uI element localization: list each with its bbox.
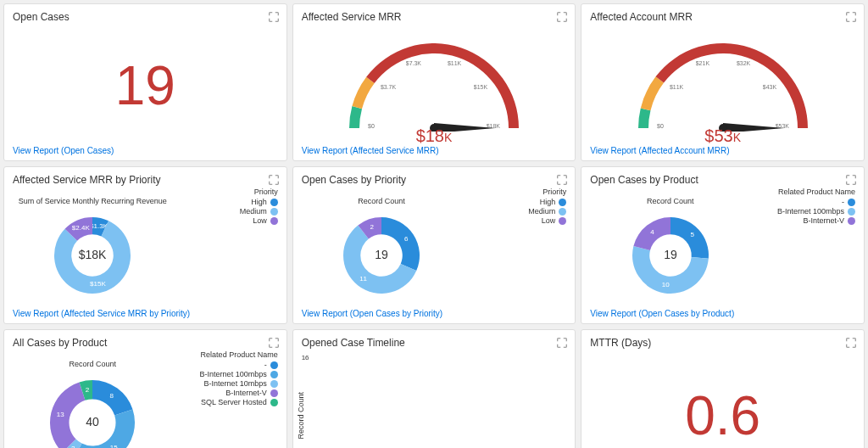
svg-text:13: 13 [57, 411, 64, 418]
gauge-chart: $0$3.7K$7.3K$11K$15K$18K [302, 25, 567, 137]
svg-text:11: 11 [359, 274, 367, 282]
svg-text:$15K: $15K [474, 84, 488, 90]
svg-text:6: 6 [404, 235, 409, 243]
chart-legend: Priority HighMediumLow [176, 188, 278, 309]
card-title: Affected Account MRR [590, 11, 855, 23]
card-title: All Cases by Product [13, 337, 278, 349]
donut-chart: Record Count 611219 [302, 188, 462, 309]
bar-chart: Record Count1602221115332April 2021Febru… [302, 350, 567, 448]
svg-text:$15K: $15K [90, 280, 106, 288]
gauge-chart: $0$11K$21K$32K$43K$53K [590, 25, 855, 137]
gauge-value: $18K [302, 126, 567, 146]
card-mttr: MTTR (Days) 0.6 [581, 329, 865, 448]
svg-text:2: 2 [86, 386, 90, 394]
card-open-cases: Open Cases 19 View Report (Open Cases) [3, 3, 287, 161]
card-title: Open Cases by Product [590, 174, 855, 186]
chart-legend: Priority HighMediumLow [465, 188, 566, 309]
expand-icon[interactable] [845, 11, 857, 23]
view-report-link[interactable]: View Report (Affected Service MRR by Pri… [13, 309, 278, 318]
card-title: Open Cases by Priority [302, 174, 567, 186]
chart-subtitle: Sum of Service Monthly Recurring Revenue [19, 197, 167, 205]
card-title: Affected Service MRR [302, 11, 567, 23]
card-title: Opened Case Timeline [302, 337, 567, 349]
view-report-link[interactable]: View Report (Open Cases by Product) [590, 309, 855, 318]
svg-text:4: 4 [650, 227, 654, 235]
expand-icon[interactable] [268, 337, 280, 349]
card-affected-account-mrr: Affected Account MRR $0$11K$21K$32K$43K$… [581, 3, 865, 161]
view-report-link[interactable]: View Report (Open Cases) [13, 146, 278, 155]
svg-text:40: 40 [86, 415, 100, 428]
svg-text:$43K: $43K [762, 84, 776, 90]
chart-subtitle: Record Count [358, 197, 405, 205]
expand-icon[interactable] [556, 337, 568, 349]
card-title: MTTR (Days) [590, 337, 855, 349]
card-open-cases-priority: Open Cases by Priority Record Count 6112… [292, 166, 576, 324]
svg-text:$11K: $11K [448, 60, 462, 66]
card-affected-service-mrr-priority: Affected Service MRR by Priority Sum of … [3, 166, 287, 324]
expand-icon[interactable] [556, 11, 568, 23]
svg-text:2: 2 [71, 445, 75, 448]
svg-text:5: 5 [690, 231, 694, 238]
svg-text:$2.4K: $2.4K [72, 224, 91, 232]
svg-text:2: 2 [370, 223, 374, 231]
svg-text:$18K: $18K [79, 247, 107, 260]
expand-icon[interactable] [845, 337, 857, 349]
card-opened-case-timeline: Opened Case Timeline Record Count1602221… [292, 329, 576, 448]
card-title: Affected Service MRR by Priority [13, 174, 278, 186]
donut-chart: Record Count 815213240 [13, 350, 173, 448]
svg-text:10: 10 [661, 280, 669, 288]
expand-icon[interactable] [268, 11, 280, 23]
chart-legend: Related Product Name -B-Internet 100mbps… [754, 188, 855, 309]
svg-text:$32K: $32K [737, 60, 751, 66]
svg-text:8: 8 [110, 392, 114, 400]
expand-icon[interactable] [268, 174, 280, 186]
view-report-link[interactable]: View Report (Affected Account MRR) [590, 146, 855, 155]
svg-text:$21K: $21K [695, 60, 709, 66]
card-all-cases-product: All Cases by Product Record Count 815213… [3, 329, 287, 448]
card-open-cases-product: Open Cases by Product Record Count 51041… [581, 166, 865, 324]
svg-text:$3.7K: $3.7K [381, 84, 397, 90]
donut-chart: Record Count 510419 [590, 188, 750, 309]
svg-text:$11K: $11K [670, 84, 684, 90]
svg-text:19: 19 [375, 247, 388, 260]
metric-value: 0.6 [590, 350, 855, 448]
metric-value: 19 [13, 25, 278, 146]
chart-legend: Related Product Name -B-Internet 100mbps… [176, 350, 278, 448]
expand-icon[interactable] [845, 174, 857, 186]
card-affected-service-mrr: Affected Service MRR $0$3.7K$7.3K$11K$15… [292, 3, 576, 161]
chart-subtitle: Record Count [647, 197, 694, 205]
svg-text:$7.3K: $7.3K [406, 60, 422, 66]
donut-chart: Sum of Service Monthly Recurring Revenue… [13, 188, 173, 309]
svg-text:19: 19 [664, 247, 677, 260]
card-title: Open Cases [13, 11, 278, 23]
view-report-link[interactable]: View Report (Affected Service MRR) [302, 146, 567, 155]
view-report-link[interactable]: View Report (Open Cases by Priority) [302, 309, 567, 318]
expand-icon[interactable] [556, 174, 568, 186]
svg-text:15: 15 [110, 444, 118, 448]
chart-subtitle: Record Count [70, 360, 117, 368]
gauge-value: $53K [590, 126, 855, 146]
